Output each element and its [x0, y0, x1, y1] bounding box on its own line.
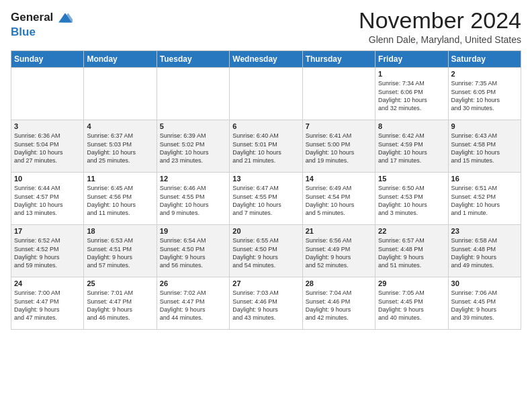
logo-blue: Blue: [11, 26, 73, 39]
col-header-tuesday: Tuesday: [157, 51, 229, 68]
col-header-friday: Friday: [375, 51, 448, 68]
day-info: Sunrise: 7:35 AM Sunset: 6:05 PM Dayligh…: [451, 79, 518, 112]
day-info: Sunrise: 6:39 AM Sunset: 5:02 PM Dayligh…: [160, 132, 226, 165]
day-number: 26: [160, 279, 226, 287]
day-info: Sunrise: 6:56 AM Sunset: 4:49 PM Dayligh…: [306, 236, 372, 269]
calendar-cell: 4Sunrise: 6:37 AM Sunset: 5:03 PM Daylig…: [84, 120, 157, 173]
calendar-cell: 17Sunrise: 6:52 AM Sunset: 4:52 PM Dayli…: [11, 225, 84, 277]
day-number: 8: [378, 122, 445, 130]
day-number: 23: [451, 227, 518, 235]
day-number: 13: [232, 175, 299, 183]
day-info: Sunrise: 6:57 AM Sunset: 4:48 PM Dayligh…: [378, 236, 445, 269]
calendar-cell: 21Sunrise: 6:56 AM Sunset: 4:49 PM Dayli…: [302, 225, 375, 277]
location: Glenn Dale, Maryland, United States: [359, 34, 521, 45]
calendar-week-5: 24Sunrise: 7:00 AM Sunset: 4:47 PM Dayli…: [11, 277, 521, 330]
day-number: 25: [87, 279, 153, 287]
header-row: General Blue November 2024 Glenn Dale, M…: [11, 8, 521, 45]
title-block: November 2024 Glenn Dale, Maryland, Unit…: [359, 8, 521, 45]
day-info: Sunrise: 7:00 AM Sunset: 4:47 PM Dayligh…: [14, 289, 81, 322]
calendar-cell: [302, 68, 375, 120]
day-number: 16: [451, 175, 518, 183]
calendar-week-3: 10Sunrise: 6:44 AM Sunset: 4:57 PM Dayli…: [11, 173, 521, 225]
day-info: Sunrise: 6:45 AM Sunset: 4:56 PM Dayligh…: [87, 184, 153, 217]
calendar-header-row: SundayMondayTuesdayWednesdayThursdayFrid…: [11, 51, 521, 68]
day-number: 7: [306, 122, 372, 130]
day-info: Sunrise: 6:46 AM Sunset: 4:55 PM Dayligh…: [160, 184, 226, 217]
day-info: Sunrise: 6:58 AM Sunset: 4:48 PM Dayligh…: [451, 236, 518, 269]
calendar-cell: 28Sunrise: 7:04 AM Sunset: 4:46 PM Dayli…: [302, 277, 375, 330]
day-number: 3: [14, 122, 81, 130]
logo-text: General Blue: [11, 11, 73, 39]
day-number: 6: [232, 122, 299, 130]
day-number: 5: [160, 122, 226, 130]
calendar-cell: 26Sunrise: 7:02 AM Sunset: 4:47 PM Dayli…: [157, 277, 229, 330]
col-header-thursday: Thursday: [302, 51, 375, 68]
day-number: 11: [87, 175, 153, 183]
calendar-cell: 18Sunrise: 6:53 AM Sunset: 4:51 PM Dayli…: [84, 225, 157, 277]
day-info: Sunrise: 7:34 AM Sunset: 6:06 PM Dayligh…: [378, 79, 445, 112]
day-info: Sunrise: 7:02 AM Sunset: 4:47 PM Dayligh…: [160, 289, 226, 322]
day-info: Sunrise: 6:37 AM Sunset: 5:03 PM Dayligh…: [87, 132, 153, 165]
day-info: Sunrise: 6:43 AM Sunset: 4:58 PM Dayligh…: [451, 132, 518, 165]
calendar-cell: [84, 68, 157, 120]
day-number: 19: [160, 227, 226, 235]
calendar-cell: 16Sunrise: 6:51 AM Sunset: 4:52 PM Dayli…: [448, 173, 521, 225]
col-header-monday: Monday: [84, 51, 157, 68]
day-info: Sunrise: 6:36 AM Sunset: 5:04 PM Dayligh…: [14, 132, 81, 165]
calendar-cell: 10Sunrise: 6:44 AM Sunset: 4:57 PM Dayli…: [11, 173, 84, 225]
day-number: 9: [451, 122, 518, 130]
calendar-cell: [157, 68, 229, 120]
calendar-cell: 27Sunrise: 7:03 AM Sunset: 4:46 PM Dayli…: [230, 277, 302, 330]
col-header-sunday: Sunday: [11, 51, 84, 68]
day-info: Sunrise: 6:52 AM Sunset: 4:52 PM Dayligh…: [14, 236, 81, 269]
calendar-cell: 24Sunrise: 7:00 AM Sunset: 4:47 PM Dayli…: [11, 277, 84, 330]
day-number: 12: [160, 175, 226, 183]
day-info: Sunrise: 6:49 AM Sunset: 4:54 PM Dayligh…: [306, 184, 372, 217]
day-info: Sunrise: 7:01 AM Sunset: 4:47 PM Dayligh…: [87, 289, 153, 322]
day-info: Sunrise: 6:47 AM Sunset: 4:55 PM Dayligh…: [232, 184, 299, 217]
day-info: Sunrise: 6:50 AM Sunset: 4:53 PM Dayligh…: [378, 184, 445, 217]
col-header-wednesday: Wednesday: [230, 51, 302, 68]
calendar-cell: 11Sunrise: 6:45 AM Sunset: 4:56 PM Dayli…: [84, 173, 157, 225]
day-info: Sunrise: 6:51 AM Sunset: 4:52 PM Dayligh…: [451, 184, 518, 217]
day-number: 10: [14, 175, 81, 183]
day-info: Sunrise: 6:41 AM Sunset: 5:00 PM Dayligh…: [306, 132, 372, 165]
day-number: 2: [451, 70, 518, 78]
calendar-week-4: 17Sunrise: 6:52 AM Sunset: 4:52 PM Dayli…: [11, 225, 521, 277]
day-info: Sunrise: 6:54 AM Sunset: 4:50 PM Dayligh…: [160, 236, 226, 269]
day-info: Sunrise: 6:55 AM Sunset: 4:50 PM Dayligh…: [232, 236, 299, 269]
calendar-cell: 9Sunrise: 6:43 AM Sunset: 4:58 PM Daylig…: [448, 120, 521, 173]
day-info: Sunrise: 7:03 AM Sunset: 4:46 PM Dayligh…: [232, 289, 299, 322]
col-header-saturday: Saturday: [448, 51, 521, 68]
day-number: 21: [306, 227, 372, 235]
calendar-cell: [230, 68, 302, 120]
day-number: 1: [378, 70, 445, 78]
day-number: 30: [451, 279, 518, 287]
day-number: 14: [306, 175, 372, 183]
calendar-cell: 30Sunrise: 7:06 AM Sunset: 4:45 PM Dayli…: [448, 277, 521, 330]
calendar-cell: 23Sunrise: 6:58 AM Sunset: 4:48 PM Dayli…: [448, 225, 521, 277]
day-number: 24: [14, 279, 81, 287]
day-info: Sunrise: 7:06 AM Sunset: 4:45 PM Dayligh…: [451, 289, 518, 322]
calendar-cell: 6Sunrise: 6:40 AM Sunset: 5:01 PM Daylig…: [230, 120, 302, 173]
calendar-cell: 3Sunrise: 6:36 AM Sunset: 5:04 PM Daylig…: [11, 120, 84, 173]
day-number: 29: [378, 279, 445, 287]
calendar-cell: 22Sunrise: 6:57 AM Sunset: 4:48 PM Dayli…: [375, 225, 448, 277]
month-title: November 2024: [359, 8, 521, 33]
calendar-week-2: 3Sunrise: 6:36 AM Sunset: 5:04 PM Daylig…: [11, 120, 521, 173]
calendar-cell: 29Sunrise: 7:05 AM Sunset: 4:45 PM Dayli…: [375, 277, 448, 330]
calendar-cell: 7Sunrise: 6:41 AM Sunset: 5:00 PM Daylig…: [302, 120, 375, 173]
day-number: 17: [14, 227, 81, 235]
day-number: 15: [378, 175, 445, 183]
day-number: 4: [87, 122, 153, 130]
day-info: Sunrise: 6:44 AM Sunset: 4:57 PM Dayligh…: [14, 184, 81, 217]
day-info: Sunrise: 7:05 AM Sunset: 4:45 PM Dayligh…: [378, 289, 445, 322]
calendar-cell: 8Sunrise: 6:42 AM Sunset: 4:59 PM Daylig…: [375, 120, 448, 173]
day-number: 28: [306, 279, 372, 287]
day-number: 27: [232, 279, 299, 287]
calendar-cell: 1Sunrise: 7:34 AM Sunset: 6:06 PM Daylig…: [375, 68, 448, 120]
calendar-cell: 5Sunrise: 6:39 AM Sunset: 5:02 PM Daylig…: [157, 120, 229, 173]
page-container: General Blue November 2024 Glenn Dale, M…: [0, 0, 532, 335]
calendar-week-1: 1Sunrise: 7:34 AM Sunset: 6:06 PM Daylig…: [11, 68, 521, 120]
day-info: Sunrise: 6:42 AM Sunset: 4:59 PM Dayligh…: [378, 132, 445, 165]
